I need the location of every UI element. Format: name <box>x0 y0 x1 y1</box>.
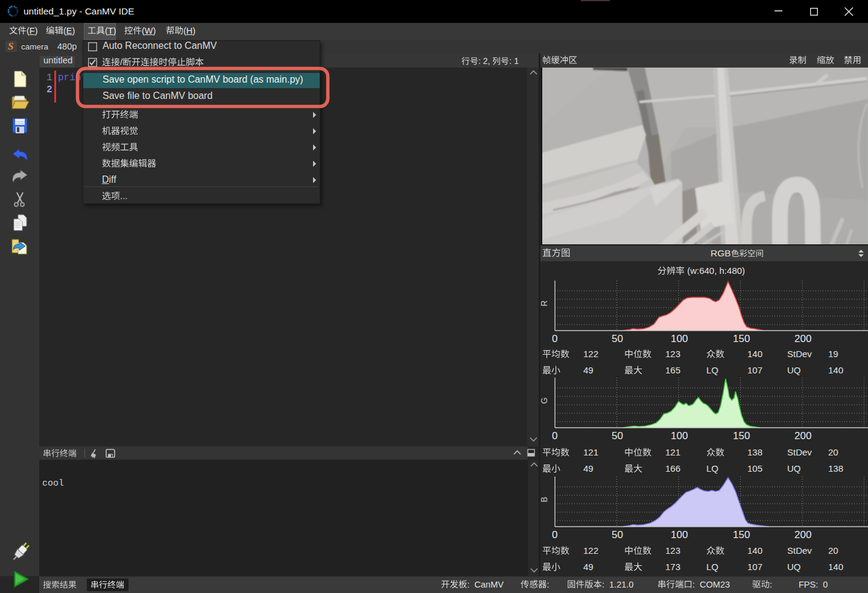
svg-text:S: S <box>8 40 13 52</box>
